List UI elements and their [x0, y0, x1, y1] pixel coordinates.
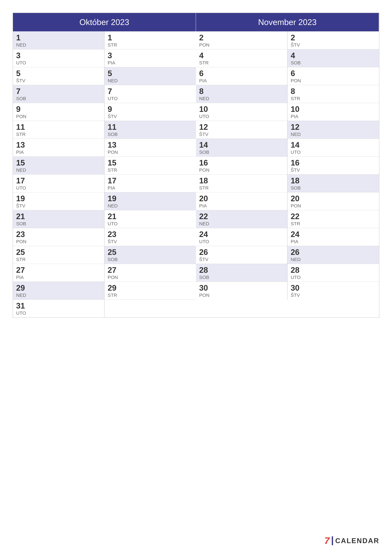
- day-row: 1NED1STR: [13, 31, 196, 49]
- day-number: 28: [199, 266, 284, 274]
- day-name: PIA: [291, 114, 376, 119]
- day-row: 2PON2ŠTV: [196, 31, 379, 49]
- day-name: ŠTV: [291, 167, 376, 173]
- day-number: 12: [199, 123, 284, 131]
- november-day-6: 6PON: [287, 67, 379, 85]
- day-name: NED: [16, 292, 101, 298]
- day-row: 19ŠTV19NED: [13, 192, 196, 210]
- october-day-13: 13PIA: [13, 139, 105, 156]
- november-day-15: 15STR: [105, 157, 196, 174]
- day-number: 11: [16, 123, 101, 131]
- day-name: ŠTV: [291, 292, 376, 298]
- november-day-23: 23ŠTV: [105, 228, 196, 246]
- day-number: 10: [199, 105, 284, 113]
- november-day-5: 5NED: [105, 67, 196, 85]
- november-empty: [105, 300, 196, 317]
- day-row: 17UTO17PIA: [13, 174, 196, 192]
- november-day-24: 24PIA: [287, 228, 379, 246]
- footer: 7 CALENDAR: [324, 536, 379, 546]
- november-day-29: 29STR: [105, 282, 196, 299]
- october-day-17: 17UTO: [13, 175, 105, 192]
- day-row: 30PON30ŠTV: [196, 282, 379, 299]
- october-day-21: 21SOB: [13, 210, 105, 228]
- november-day-28: 28UTO: [287, 264, 379, 282]
- day-number: 20: [291, 195, 376, 203]
- day-number: 27: [16, 266, 101, 274]
- day-name: SOB: [199, 275, 284, 280]
- day-number: 11: [108, 123, 193, 131]
- october-day-31: 31UTO: [13, 300, 105, 317]
- day-name: PIA: [108, 60, 193, 66]
- day-number: 7: [16, 87, 101, 95]
- october-day-2: 2PON: [196, 31, 287, 49]
- day-row: 11STR11SOB: [13, 121, 196, 139]
- day-name: PON: [199, 292, 284, 298]
- day-row: 12ŠTV12NED: [196, 121, 379, 139]
- october-day-1: 1NED: [13, 31, 105, 49]
- day-name: SOB: [199, 150, 284, 155]
- day-row: 6PIA6PON: [196, 67, 379, 85]
- day-number: 6: [291, 69, 376, 77]
- october-day-30: 30PON: [196, 282, 287, 299]
- day-number: 1: [16, 34, 101, 42]
- november-day-12: 12NED: [287, 121, 379, 139]
- day-row: 25STR25SOB: [13, 246, 196, 264]
- october-day-25: 25STR: [13, 246, 105, 264]
- day-number: 30: [199, 284, 284, 292]
- day-name: STR: [291, 96, 376, 101]
- day-row: 15NED15STR: [13, 156, 196, 174]
- october-header: Október 2023: [13, 13, 196, 31]
- day-name: STR: [108, 167, 193, 173]
- november-day-4: 4SOB: [287, 49, 379, 67]
- day-name: UTO: [291, 275, 376, 280]
- day-name: PON: [16, 239, 101, 244]
- day-number: 22: [199, 212, 284, 220]
- day-number: 23: [16, 230, 101, 238]
- november-day-27: 27PON: [105, 264, 196, 282]
- day-name: UTO: [199, 114, 284, 119]
- day-name: ŠTV: [291, 42, 376, 48]
- day-name: ŠTV: [199, 257, 284, 262]
- day-number: 20: [199, 195, 284, 203]
- november-day-19: 19NED: [105, 192, 196, 210]
- october-day-23: 23PON: [13, 228, 105, 246]
- day-row: 13PIA13PON: [13, 139, 196, 156]
- day-number: 8: [199, 87, 284, 95]
- day-number: 4: [291, 51, 376, 59]
- day-number: 28: [291, 266, 376, 274]
- day-number: 14: [199, 141, 284, 149]
- october-day-28: 28SOB: [196, 264, 287, 282]
- day-number: 15: [108, 159, 193, 167]
- day-row: 8NED8STR: [196, 85, 379, 103]
- day-name: SOB: [108, 132, 193, 137]
- page: Október 2023 November 2023 1NED1STR2PON2…: [0, 0, 392, 555]
- day-name: PON: [108, 275, 193, 280]
- october-day-24: 24UTO: [196, 228, 287, 246]
- october-day-29: 29NED: [13, 282, 105, 299]
- day-row: 3UTO3PIA: [13, 49, 196, 67]
- november-day-9: 9ŠTV: [105, 103, 196, 121]
- calendar-grid: Október 2023 November 2023 1NED1STR2PON2…: [13, 13, 379, 318]
- day-name: NED: [108, 203, 193, 209]
- day-name: STR: [291, 221, 376, 226]
- day-number: 25: [16, 248, 101, 256]
- day-name: ŠTV: [108, 114, 193, 119]
- day-row: 24UTO24PIA: [196, 228, 379, 246]
- november-day-11: 11SOB: [105, 121, 196, 139]
- october-day-9: 9PON: [13, 103, 105, 121]
- day-name: PON: [291, 78, 376, 83]
- day-row: 29NED29STR: [13, 282, 196, 299]
- day-number: 7: [108, 87, 193, 95]
- day-row: 26ŠTV26NED: [196, 246, 379, 264]
- day-row: 20PIA20PON: [196, 192, 379, 210]
- day-name: PON: [16, 114, 101, 119]
- october-day-14: 14SOB: [196, 139, 287, 156]
- november-day-26: 26NED: [287, 246, 379, 264]
- day-number: 5: [108, 69, 193, 77]
- day-number: 3: [108, 51, 193, 59]
- day-number: 29: [16, 284, 101, 292]
- november-day-17: 17PIA: [105, 175, 196, 192]
- day-number: 6: [199, 69, 284, 77]
- day-name: STR: [199, 185, 284, 191]
- day-number: 12: [291, 123, 376, 131]
